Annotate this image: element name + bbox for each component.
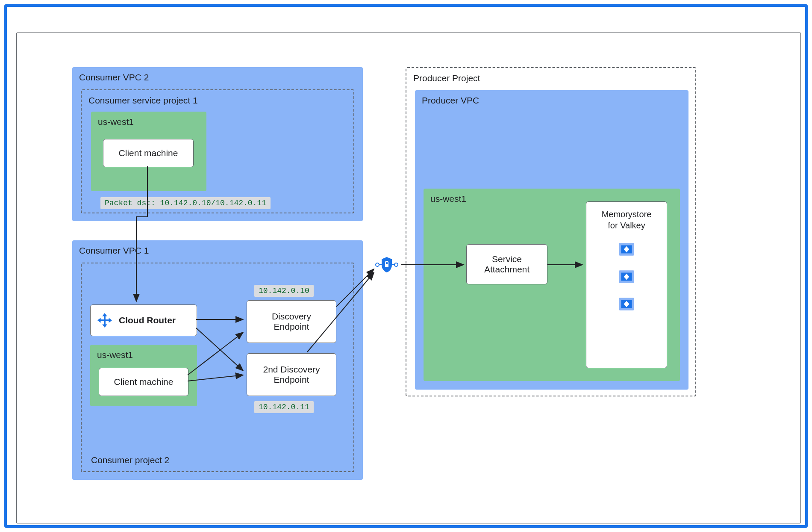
svg-point-10 [376,263,379,266]
service-attachment: Service Attachment [466,244,547,284]
svg-point-11 [394,263,398,266]
region-us-west1-a-label: us-west1 [91,112,206,130]
brand-cloud: Cloud [61,15,92,28]
producer-vpc: Producer VPC us-west1 Service Attachment… [415,90,688,390]
discovery-endpoint-2-label: 2nd Discovery Endpoint [263,364,320,385]
packet-dst-tag: Packet dst: 10.142.0.10/10.142.0.11 [100,197,271,209]
region-us-west1-c: us-west1 Service Attachment Memorystore … [424,189,680,381]
region-us-west1-a: us-west1 Client machine [91,112,206,191]
endpoint1-ip-tag: 10.142.0.10 [254,285,314,297]
brand-logo: GoogleCloud [19,15,92,28]
producer-project: Producer Project Producer VPC us-west1 S… [406,67,696,396]
cloud-router: Cloud Router [90,304,197,336]
client-machine-2-label: Client machine [114,377,174,387]
svg-marker-0 [97,313,112,328]
outer-frame: GoogleCloud Consumer VPC 2 Consumer serv… [4,4,808,528]
memorystore-title: Memorystore for Valkey [602,209,652,231]
discovery-endpoint-2: 2nd Discovery Endpoint [247,353,336,396]
memorystore-node-icon-1 [618,240,635,258]
consumer-vpc-1: Consumer VPC 1 Cloud Router us-west1 Cli… [72,240,363,480]
memorystore-node-icon-2 [618,268,635,286]
discovery-endpoint-1: Discovery Endpoint [247,300,336,343]
cloud-router-icon [97,312,113,328]
consumer-vpc-2-title: Consumer VPC 2 [72,67,363,86]
consumer-vpc-1-title: Consumer VPC 1 [72,240,363,259]
region-us-west1-b-label: us-west1 [90,345,197,364]
discovery-endpoint-1-label: Discovery Endpoint [272,311,311,332]
diagram-canvas: Consumer VPC 2 Consumer service project … [16,33,801,523]
private-service-connect-icon [375,253,399,277]
memorystore-node-icon-3 [618,295,635,313]
consumer-vpc-2: Consumer VPC 2 Consumer service project … [72,67,363,221]
consumer-service-project-1: Consumer service project 1 us-west1 Clie… [81,89,354,213]
service-attachment-label: Service Attachment [484,254,530,275]
consumer-project-2-title: Consumer project 2 [84,450,176,469]
client-machine-2: Client machine [99,368,188,396]
client-machine-1: Client machine [103,139,194,167]
producer-project-title: Producer Project [406,68,695,87]
producer-vpc-title: Producer VPC [415,90,688,109]
svg-rect-14 [385,264,388,267]
brand-google: Google [19,15,60,28]
consumer-project-2: Cloud Router us-west1 Client machine 10.… [81,263,354,472]
region-us-west1-b: us-west1 Client machine [90,345,197,406]
memorystore-content: Memorystore for Valkey [597,202,656,322]
memorystore-box: Memorystore for Valkey [586,201,667,368]
consumer-service-project-1-title: Consumer service project 1 [82,90,353,109]
endpoint2-ip-tag: 10.142.0.11 [254,401,314,413]
client-machine-1-label: Client machine [119,148,178,158]
cloud-router-label: Cloud Router [119,315,176,325]
